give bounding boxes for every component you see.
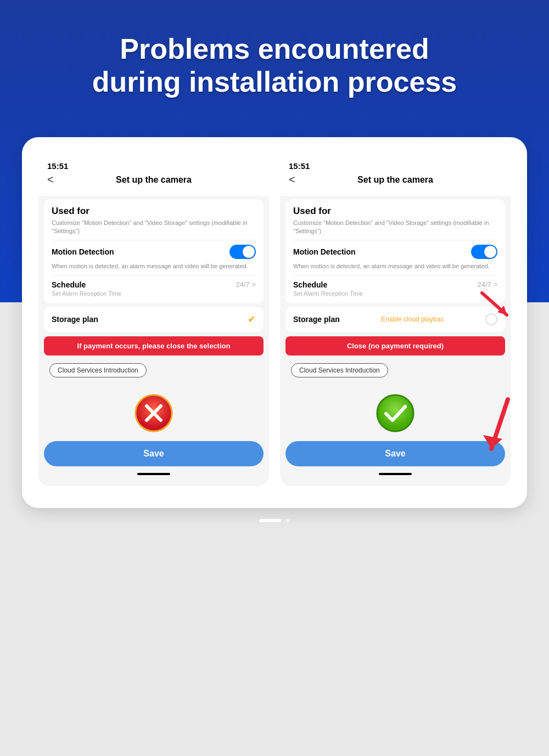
right-divider-1 <box>293 240 497 240</box>
header-section: Problems encounteredduring installation … <box>0 0 549 126</box>
right-cloud-intro-button[interactable]: Cloud Services Introduction <box>291 363 388 377</box>
right-nav-title: Set up the camera <box>357 175 433 185</box>
left-red-banner: If payment occurs, please close the sele… <box>44 336 264 356</box>
right-used-for-card: Used for Customize "Motion Detection" an… <box>285 199 505 303</box>
left-motion-desc: When motion is detected, an alarm messag… <box>52 262 256 270</box>
dot-small <box>285 519 290 522</box>
left-home-bar <box>137 473 170 475</box>
right-alarm-label: Set Alarm Reception Time <box>293 290 497 297</box>
left-cloud-intro-wrap: Cloud Services Introduction <box>44 360 264 381</box>
left-alarm-label: Set Alarm Reception Time <box>52 290 256 297</box>
right-used-for-title: Used for <box>293 206 497 217</box>
right-arrow-to-circle <box>477 290 515 323</box>
right-close-banner: Close (no payment required) <box>285 336 505 356</box>
left-schedule-row[interactable]: Schedule 24/7 > <box>52 280 256 289</box>
right-cloud-intro-wrap: Cloud Services Introduction <box>285 360 505 381</box>
right-home-bar <box>379 473 412 475</box>
left-used-for-title: Used for <box>52 206 256 217</box>
left-phone-bottom: Save <box>38 383 269 486</box>
right-status-icon-wrap <box>376 394 414 435</box>
dot-long <box>259 519 281 522</box>
right-motion-row: Motion Detection <box>293 245 497 259</box>
right-arrow-to-save <box>475 394 519 465</box>
right-motion-desc: When motion is detected, an alarm messag… <box>293 262 497 270</box>
right-storage-label: Storage plan <box>293 315 340 324</box>
left-storage-card: Storage plan ✔ <box>44 307 264 332</box>
left-status-bar: 15:51 <box>47 161 260 171</box>
left-schedule-label: Schedule <box>52 280 86 289</box>
left-divider-1 <box>52 240 256 240</box>
right-nav-bar: < Set up the camera <box>289 175 502 185</box>
left-phone-panel: 15:51 < Set up the camera Used for Custo… <box>38 154 269 486</box>
left-motion-toggle[interactable] <box>229 245 256 259</box>
right-phone-bottom: Save <box>280 383 511 486</box>
right-storage-row: Storage plan Enable cloud playbac <box>293 313 497 325</box>
right-schedule-label: Schedule <box>293 280 327 289</box>
right-schedule-value: 24/7 > <box>477 280 497 289</box>
left-cloud-intro-button[interactable]: Cloud Services Introduction <box>49 363 147 377</box>
right-phone-top: 15:51 < Set up the camera <box>280 154 511 196</box>
right-save-button[interactable]: Save <box>285 441 505 466</box>
left-nav-bar: < Set up the camera <box>47 175 260 185</box>
left-used-for-card: Used for Customize "Motion Detection" an… <box>44 199 264 303</box>
left-phone-top: 15:51 < Set up the camera <box>38 154 269 196</box>
left-error-icon <box>135 394 173 432</box>
right-divider-2 <box>293 275 497 276</box>
right-status-bar: 15:51 <box>289 161 502 171</box>
left-storage-row: Storage plan ✔ <box>52 313 256 325</box>
left-back-button[interactable]: < <box>47 173 54 186</box>
left-nav-title: Set up the camera <box>116 175 192 185</box>
right-storage-card: Storage plan Enable cloud playbac <box>285 307 505 332</box>
right-schedule-row[interactable]: Schedule 24/7 > <box>293 280 497 289</box>
bottom-dots <box>259 519 290 522</box>
right-back-button[interactable]: < <box>289 173 295 186</box>
left-status-icon-wrap <box>135 394 173 435</box>
left-storage-label: Storage plan <box>52 315 98 324</box>
left-schedule-value: 24/7 > <box>236 280 256 289</box>
left-used-for-desc: Customize "Motion Detection" and "Video … <box>52 219 256 236</box>
right-used-for-desc: Customize "Motion Detection" and "Video … <box>293 219 497 236</box>
left-storage-check-icon: ✔ <box>248 313 256 325</box>
left-save-button[interactable]: Save <box>44 441 264 466</box>
left-divider-2 <box>52 275 256 276</box>
svg-marker-7 <box>483 435 502 449</box>
right-phone-panel: 15:51 < Set up the camera Used for Custo… <box>280 154 511 486</box>
content-card: 15:51 < Set up the camera Used for Custo… <box>22 137 527 508</box>
right-cloud-text: Enable cloud playbac <box>381 315 444 323</box>
left-motion-row: Motion Detection <box>52 245 256 259</box>
svg-point-5 <box>377 395 413 431</box>
right-check-icon <box>376 394 414 432</box>
right-motion-label: Motion Detection <box>293 247 356 256</box>
page-title: Problems encounteredduring installation … <box>44 33 505 99</box>
left-motion-label: Motion Detection <box>52 247 114 256</box>
phones-container: 15:51 < Set up the camera Used for Custo… <box>38 154 511 486</box>
right-motion-toggle[interactable] <box>471 245 497 259</box>
